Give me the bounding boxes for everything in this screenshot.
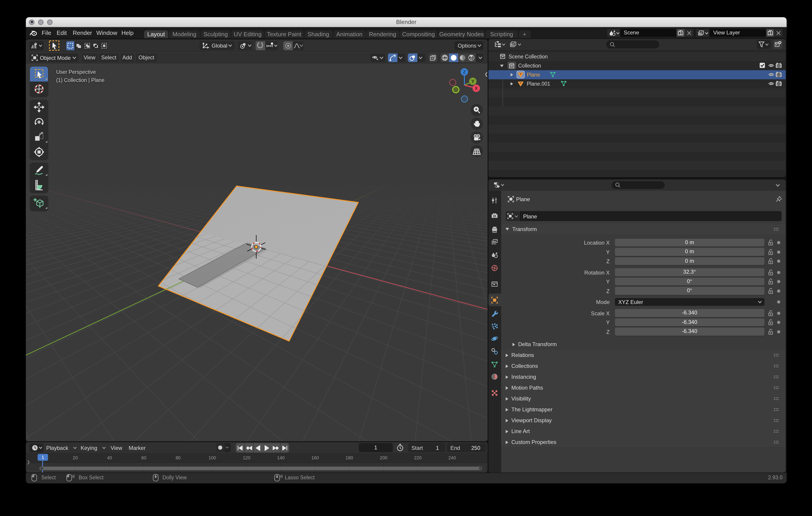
svg-text:X: X [475, 86, 478, 91]
svg-text:Y: Y [471, 79, 474, 84]
svg-text:Z: Z [463, 69, 466, 74]
